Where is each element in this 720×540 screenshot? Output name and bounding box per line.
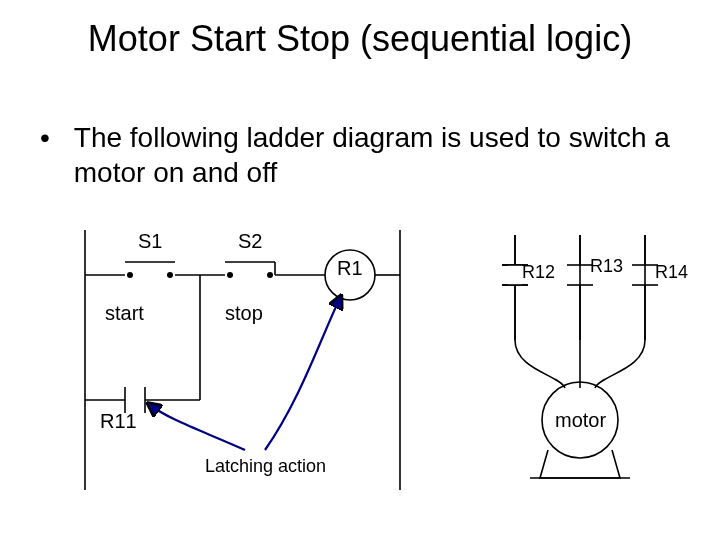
bullet-marker: •	[40, 120, 66, 155]
label-r14: R14	[655, 262, 688, 282]
svg-point-6	[267, 272, 273, 278]
label-start: start	[105, 302, 144, 324]
slide-bullet: • The following ladder diagram is used t…	[40, 120, 680, 190]
label-s2: S2	[238, 230, 262, 252]
svg-point-1	[127, 272, 133, 278]
latch-arrow-to-r11	[150, 405, 245, 450]
label-stop: stop	[225, 302, 263, 324]
ladder-diagram: S1 start S2 stop R1 R11	[0, 220, 720, 520]
label-r12: R12	[522, 262, 555, 282]
motor-base	[540, 450, 620, 478]
label-s1: S1	[138, 230, 162, 252]
bullet-text: The following ladder diagram is used to …	[74, 120, 674, 190]
label-latching: Latching action	[205, 456, 326, 476]
label-r11: R11	[100, 410, 137, 432]
svg-point-5	[227, 272, 233, 278]
svg-rect-26	[508, 265, 522, 285]
label-r1: R1	[337, 257, 363, 279]
slide-title: Motor Start Stop (sequential logic)	[0, 18, 720, 60]
label-r13: R13	[590, 256, 623, 276]
svg-point-2	[167, 272, 173, 278]
label-motor: motor	[555, 409, 606, 431]
latch-arrow-to-coil	[265, 298, 340, 450]
